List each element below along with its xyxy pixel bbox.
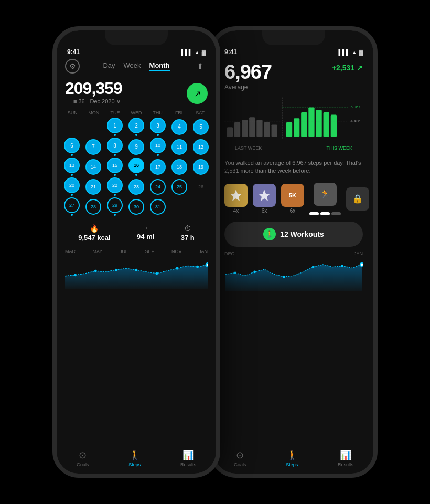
- status-bar-right: 9:41 ▌▌▌ ▲ ▓: [214, 45, 373, 57]
- cal-day-6[interactable]: 6: [62, 138, 82, 156]
- share-button[interactable]: ⬆: [193, 59, 208, 74]
- steps-hero-right: 6,967 Average +2,531 ↗: [214, 57, 373, 93]
- tab-goals-right[interactable]: ⊙ Goals: [234, 449, 246, 467]
- phones-container: 9:41 ▌▌▌ ▲ ▓ ⚙ Day Week Month ⬆: [52, 26, 378, 478]
- svg-point-2: [115, 269, 117, 271]
- cal-day-24[interactable]: 24: [148, 177, 168, 196]
- cal-day-2[interactable]: 2: [126, 118, 146, 136]
- steps-hero-left: 209,359 ≡ 36 - Dec 2020 ∨ ↗: [57, 77, 216, 110]
- volume-up-button[interactable]: [52, 133, 53, 154]
- power-button[interactable]: [219, 114, 220, 146]
- view-tabs: Day Week Month: [103, 61, 169, 71]
- cal-wed: WED: [126, 110, 147, 116]
- signal-icon-right: ▌▌▌: [339, 49, 350, 55]
- flame-icon: 🔥: [90, 224, 99, 233]
- last-week-label: LAST WEEK: [235, 145, 262, 151]
- svg-point-6: [196, 266, 199, 268]
- bottom-tabs-left: ⊙ Goals 🚶 Steps 📊 Results: [57, 445, 216, 474]
- time-stat: ⏱ 37 h: [181, 224, 195, 242]
- tab-day[interactable]: Day: [103, 61, 115, 71]
- cal-day-26[interactable]: 26: [191, 177, 211, 196]
- cal-day-29[interactable]: 29: [105, 197, 125, 216]
- cal-day-19[interactable]: 19: [191, 158, 211, 176]
- gear-icon[interactable]: ⚙: [65, 59, 80, 74]
- goals-icon-right: ⊙: [236, 449, 244, 461]
- label-sep: SEP: [145, 249, 154, 254]
- cal-day-8[interactable]: 8: [105, 138, 125, 156]
- workouts-label: 12 Workouts: [280, 230, 324, 238]
- svg-rect-20: [316, 110, 321, 137]
- cal-day-31[interactable]: 31: [148, 197, 168, 216]
- tab-goals-left[interactable]: ⊙ Goals: [77, 449, 89, 467]
- steps-count-right: 6,967: [224, 61, 272, 83]
- cal-day-20[interactable]: 20: [62, 177, 82, 196]
- battery-icon-left: ▓: [202, 49, 206, 55]
- cal-day-27[interactable]: 27: [62, 197, 82, 216]
- svg-rect-11: [249, 117, 255, 137]
- cal-day-18[interactable]: 18: [169, 158, 189, 176]
- trend-button-left[interactable]: ↗: [187, 83, 208, 104]
- badges-row: 4x 6x 5K 6x 🏃: [214, 178, 373, 219]
- 5k-badge-count: 6x: [290, 208, 296, 214]
- tab-week[interactable]: Week: [124, 61, 141, 71]
- cal-day-17[interactable]: 17: [148, 158, 168, 176]
- status-icons-left: ▌▌▌ ▲ ▓: [181, 49, 206, 55]
- battery-icon-right: ▓: [359, 49, 363, 55]
- cal-day-4[interactable]: 4: [169, 118, 189, 136]
- tab-results-left[interactable]: 📊 Results: [180, 449, 196, 467]
- lock-badge-icon: 🔒: [346, 187, 369, 211]
- notch: [105, 30, 168, 45]
- description-text: You walked an average of 6,967 steps per…: [214, 156, 373, 178]
- cal-day-21[interactable]: 21: [83, 177, 103, 196]
- svg-point-0: [74, 274, 77, 276]
- svg-text:6,967: 6,967: [350, 104, 360, 109]
- cal-day-16[interactable]: 16: [126, 158, 146, 176]
- svg-rect-13: [264, 122, 270, 137]
- week-labels: LAST WEEK THIS WEEK: [224, 145, 363, 151]
- silent-button[interactable]: [52, 104, 53, 125]
- svg-point-1: [94, 270, 97, 272]
- workouts-button[interactable]: 🚶 12 Workouts: [224, 222, 363, 247]
- calendar-header: SUN MON TUE WED THU FRI SAT: [62, 110, 211, 116]
- cal-day-28[interactable]: 28: [83, 197, 103, 216]
- cal-day-3[interactable]: 3: [148, 118, 168, 136]
- svg-point-4: [155, 272, 158, 275]
- power-button-right[interactable]: [377, 114, 378, 146]
- cal-day-9[interactable]: 9: [126, 138, 146, 156]
- steps-label-right: Average: [224, 83, 272, 91]
- stats-row: 🔥 9,547 kcal → 94 mi ⏱ 37 h: [57, 219, 216, 247]
- workouts-icon: 🚶: [263, 228, 276, 240]
- badge-silver: 6x: [253, 184, 276, 214]
- cal-day-13[interactable]: 13: [62, 158, 82, 176]
- svg-rect-18: [301, 112, 307, 137]
- tab-steps-right[interactable]: 🚶 Steps: [286, 449, 298, 467]
- tab-results-right[interactable]: 📊 Results: [338, 449, 353, 467]
- cal-day-12[interactable]: 12: [191, 138, 211, 156]
- cal-day-23[interactable]: 23: [126, 177, 146, 196]
- svg-rect-19: [308, 107, 314, 137]
- calories-stat: 🔥 9,547 kcal: [78, 224, 110, 242]
- cal-day-1[interactable]: 1: [105, 118, 125, 136]
- right-line-chart-svg: [224, 257, 363, 291]
- volume-down-button[interactable]: [52, 159, 53, 180]
- cal-day-10[interactable]: 10: [148, 138, 168, 156]
- progress-dot-3: [331, 212, 341, 215]
- steps-icon-left: 🚶: [129, 449, 141, 461]
- signal-icon-left: ▌▌▌: [181, 49, 192, 55]
- cal-day-7[interactable]: 7: [83, 138, 103, 156]
- cal-day-11[interactable]: 11: [169, 138, 189, 156]
- badge-lock: 🔒: [346, 187, 369, 211]
- cal-day-14[interactable]: 14: [83, 158, 103, 176]
- svg-point-32: [312, 266, 315, 268]
- tab-month[interactable]: Month: [149, 61, 170, 71]
- cal-day-22[interactable]: 22: [105, 177, 125, 196]
- run-badge-icon: 🏃: [314, 183, 337, 206]
- tab-steps-left[interactable]: 🚶 Steps: [128, 449, 141, 467]
- svg-point-3: [135, 269, 138, 271]
- cal-day-25[interactable]: 25: [169, 177, 189, 196]
- cal-day-30[interactable]: 30: [126, 197, 146, 216]
- cal-day-5[interactable]: 5: [191, 118, 211, 136]
- progress-dot-1: [309, 212, 319, 215]
- svg-rect-14: [272, 124, 277, 137]
- cal-day-15[interactable]: 15: [105, 158, 125, 176]
